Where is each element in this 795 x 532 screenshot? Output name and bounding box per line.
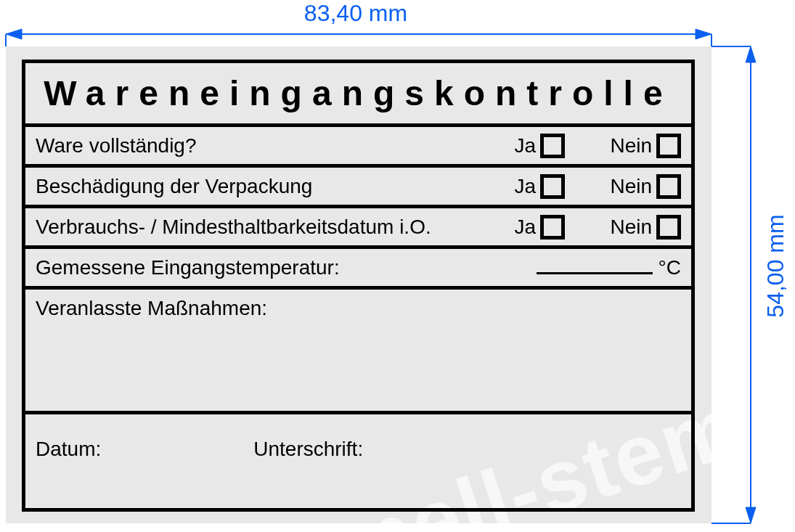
yes-label-3: Ja [514,216,536,239]
checkbox-q2-yes[interactable] [540,174,565,199]
form-title: Wareneingangskontrolle [44,73,672,113]
no-label-3: Nein [610,216,652,239]
temperature-row: Gemessene Eingangstemperatur: °C [25,249,691,290]
no-label-1: Nein [610,134,652,157]
checkbox-q3-no[interactable] [656,215,681,240]
checkbox-q3-yes[interactable] [540,215,565,240]
question-row-1: Ware vollständig? Ja Nein [25,127,691,168]
question-1-label: Ware vollständig? [36,134,441,157]
checkbox-q1-yes[interactable] [540,134,565,158]
svg-marker-1 [6,29,22,39]
question-row-3: Verbrauchs- / Mindesthaltbarkeitsdatum i… [25,208,691,249]
temperature-unit: °C [659,256,681,279]
temperature-label: Gemessene Eingangstemperatur: [36,256,340,279]
width-dimension-label: 83,40 mm [0,0,712,27]
svg-marker-6 [746,46,756,62]
yes-label-2: Ja [514,175,536,198]
date-label: Datum: [36,438,101,461]
no-label-2: Nein [610,175,652,198]
title-row: Wareneingangskontrolle [25,63,691,127]
stamp-form: Wareneingangskontrolle Ware vollständig?… [22,60,695,512]
actions-row: Veranlasste Maßnahmen: [25,290,691,414]
svg-marker-2 [696,29,712,39]
yes-label-1: Ja [514,134,536,157]
checkbox-q2-no[interactable] [656,174,681,199]
question-row-2: Beschädigung der Verpackung Ja Nein [25,168,691,208]
checkbox-q1-no[interactable] [656,134,681,158]
height-dimension-label: 54,00 mm [762,0,789,532]
svg-marker-7 [746,507,756,523]
question-2-label: Beschädigung der Verpackung [36,175,441,198]
temperature-input-line[interactable] [537,255,653,274]
actions-label: Veranlasste Maßnahmen: [36,297,267,320]
signature-label: Unterschrift: [253,438,363,461]
footer-row: Datum: Unterschrift: [25,414,691,470]
question-3-label: Verbrauchs- / Mindesthaltbarkeitsdatum i… [36,216,441,239]
